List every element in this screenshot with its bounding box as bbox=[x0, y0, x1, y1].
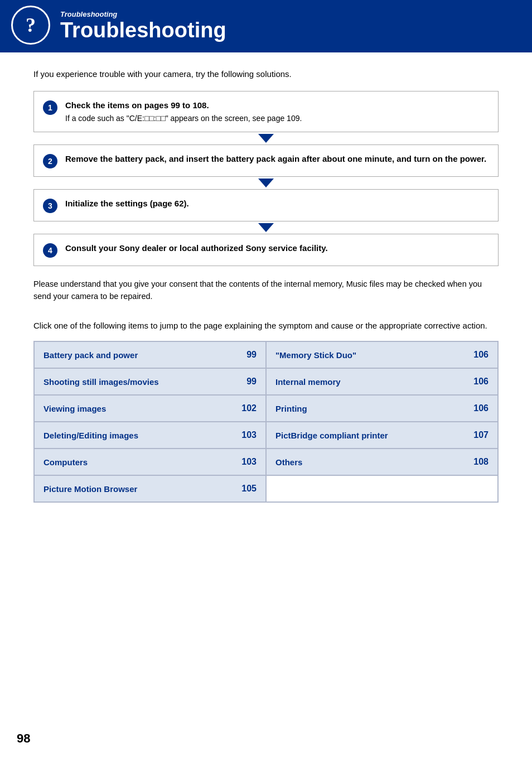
cell-page-number: 107 bbox=[473, 430, 489, 440]
table-cell--memory-stick-duo-[interactable]: "Memory Stick Duo"106 bbox=[266, 341, 498, 368]
cell-page-number: 99 bbox=[246, 377, 257, 387]
cell-label: Picture Motion Browser bbox=[43, 484, 137, 494]
down-arrow-icon-2 bbox=[258, 179, 274, 187]
cell-label: Internal memory bbox=[275, 377, 341, 387]
page-number: 98 bbox=[17, 731, 30, 746]
page-content: If you experience trouble with your came… bbox=[0, 68, 532, 536]
intro-paragraph: If you experience trouble with your came… bbox=[33, 68, 499, 81]
table-cell-viewing-images[interactable]: Viewing images102 bbox=[34, 395, 266, 422]
table-cell-printing[interactable]: Printing106 bbox=[266, 395, 498, 422]
cell-page-number: 108 bbox=[473, 457, 489, 467]
cell-page-number: 103 bbox=[241, 457, 257, 467]
cell-page-number: 103 bbox=[241, 430, 257, 440]
table-cell-picture-motion-browser[interactable]: Picture Motion Browser105 bbox=[34, 475, 266, 502]
step-3-number: 3 bbox=[43, 199, 57, 213]
consent-paragraph: Please understand that you give your con… bbox=[33, 278, 499, 303]
step-3: 3 Initialize the settings (page 62). bbox=[33, 189, 499, 221]
arrow-2 bbox=[33, 177, 499, 189]
cell-label: Computers bbox=[43, 457, 88, 467]
step-2: 2 Remove the battery pack, and insert th… bbox=[33, 144, 499, 177]
step-4-content: Consult your Sony dealer or local author… bbox=[65, 242, 489, 254]
click-instruction: Click one of the following items to jump… bbox=[33, 320, 499, 332]
table-cell-battery-pack-and-power[interactable]: Battery pack and power99 bbox=[34, 341, 266, 368]
header-icon: ? bbox=[11, 6, 50, 45]
table-cell-empty bbox=[266, 475, 498, 502]
step-4-number: 4 bbox=[43, 243, 57, 258]
steps-container: 1 Check the items on pages 99 to 108. If… bbox=[33, 91, 499, 267]
cell-label: Shooting still images/movies bbox=[43, 377, 159, 387]
step-3-content: Initialize the settings (page 62). bbox=[65, 197, 489, 209]
step-2-content: Remove the battery pack, and insert the … bbox=[65, 153, 489, 165]
cell-page-number: 106 bbox=[473, 403, 489, 413]
cell-page-number: 102 bbox=[241, 403, 257, 413]
step-1-content: Check the items on pages 99 to 108. If a… bbox=[65, 99, 489, 124]
topic-table: Battery pack and power99"Memory Stick Du… bbox=[33, 341, 499, 503]
cell-label: Viewing images bbox=[43, 404, 106, 413]
cell-label: Battery pack and power bbox=[43, 350, 138, 360]
cell-page-number: 106 bbox=[473, 350, 489, 360]
cell-page-number: 99 bbox=[246, 350, 257, 360]
table-cell-pictbridge-compliant-printer[interactable]: PictBridge compliant printer107 bbox=[266, 422, 498, 449]
table-cell-shooting-still-images-movies[interactable]: Shooting still images/movies99 bbox=[34, 368, 266, 395]
step-1-detail: If a code such as "C/E:□□:□□" appears on… bbox=[65, 113, 489, 124]
cell-page-number: 106 bbox=[473, 377, 489, 387]
table-cell-deleting-editing-images[interactable]: Deleting/Editing images103 bbox=[34, 422, 266, 449]
page-header: ? Troubleshooting Troubleshooting bbox=[0, 0, 532, 52]
question-mark-icon: ? bbox=[26, 13, 36, 37]
step-1: 1 Check the items on pages 99 to 108. If… bbox=[33, 91, 499, 133]
down-arrow-icon-3 bbox=[258, 223, 274, 232]
header-subtitle: Troubleshooting bbox=[60, 10, 226, 18]
step-2-title: Remove the battery pack, and insert the … bbox=[65, 153, 489, 165]
arrow-1 bbox=[33, 132, 499, 144]
step-1-title: Check the items on pages 99 to 108. bbox=[65, 99, 489, 111]
step-4-title: Consult your Sony dealer or local author… bbox=[65, 242, 489, 254]
cell-label: "Memory Stick Duo" bbox=[275, 350, 356, 360]
step-2-number: 2 bbox=[43, 154, 57, 168]
cell-label: Printing bbox=[275, 404, 307, 413]
arrow-3 bbox=[33, 221, 499, 234]
step-1-number: 1 bbox=[43, 100, 57, 115]
cell-label: PictBridge compliant printer bbox=[275, 431, 388, 440]
step-3-title: Initialize the settings (page 62). bbox=[65, 197, 489, 209]
table-cell-internal-memory[interactable]: Internal memory106 bbox=[266, 368, 498, 395]
cell-page-number: 105 bbox=[241, 484, 257, 494]
header-text-block: Troubleshooting Troubleshooting bbox=[60, 10, 226, 41]
down-arrow-icon-1 bbox=[258, 134, 274, 143]
table-cell-others[interactable]: Others108 bbox=[266, 449, 498, 475]
header-title: Troubleshooting bbox=[60, 20, 226, 41]
cell-label: Deleting/Editing images bbox=[43, 431, 138, 440]
step-4: 4 Consult your Sony dealer or local auth… bbox=[33, 234, 499, 266]
cell-label: Others bbox=[275, 457, 302, 467]
table-cell-computers[interactable]: Computers103 bbox=[34, 449, 266, 475]
